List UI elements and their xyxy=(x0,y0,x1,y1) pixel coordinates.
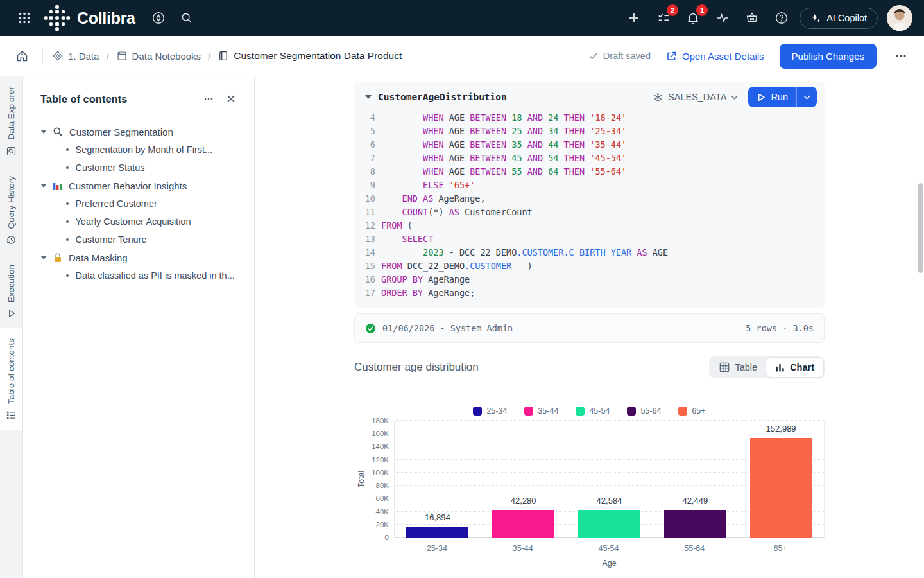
code-text: GROUP BY AgeRange xyxy=(375,273,470,286)
publish-changes-button[interactable]: Publish Changes xyxy=(780,44,877,69)
external-link-icon xyxy=(666,51,677,62)
breadcrumb-bar: 1. Data / Data Notebooks / Customer Segm… xyxy=(0,36,924,76)
toc-close-icon[interactable] xyxy=(223,91,239,107)
rail-tab-table-of-contents[interactable]: Table of contents xyxy=(0,328,22,430)
connection-selector[interactable]: SALES_DATA xyxy=(653,92,738,103)
bar-45-54[interactable] xyxy=(578,510,640,538)
gridline xyxy=(395,433,824,434)
bar-25-34[interactable] xyxy=(406,527,468,538)
open-asset-details-link[interactable]: Open Asset Details xyxy=(666,51,764,62)
line-number: 9 xyxy=(354,179,375,192)
legend-label: 65+ xyxy=(692,407,705,416)
code-text: 2023 - DCC_22_DEMO.CUSTOMER.C_BIRTH_YEAR… xyxy=(375,246,668,259)
y-tick-label: 20K xyxy=(376,521,389,529)
code-line[interactable]: 13 SELECT xyxy=(354,232,825,246)
breadcrumb-item-data-notebooks[interactable]: Data Notebooks xyxy=(116,50,201,62)
rail-tab-query-history[interactable]: Query History xyxy=(0,166,22,255)
bar-value-label: 152,989 xyxy=(766,424,796,434)
code-line[interactable]: 7 WHEN AGE BETWEEN 45 AND 54 THEN '45-54… xyxy=(354,152,825,165)
caret-down-icon xyxy=(40,255,47,260)
code-line[interactable]: 17ORDER BY AgeRange; xyxy=(354,286,825,300)
run-button-main[interactable]: Run xyxy=(748,87,796,107)
y-axis-title: Total xyxy=(357,471,366,487)
code-line[interactable]: 16GROUP BY AgeRange xyxy=(354,273,825,286)
code-text: WHEN AGE BETWEEN 45 AND 54 THEN '45-54' xyxy=(375,152,626,165)
legend-item-35-44[interactable]: 35-44 xyxy=(524,407,558,416)
snowflake-icon xyxy=(653,92,663,103)
legend-item-45-54[interactable]: 45-54 xyxy=(576,407,610,416)
search-icon[interactable] xyxy=(175,6,198,30)
toc-item[interactable]: Data classified as PII is masked in th..… xyxy=(40,267,239,285)
legend-item-25-34[interactable]: 25-34 xyxy=(473,407,507,416)
toggle-table[interactable]: Table xyxy=(710,358,766,377)
legend-item-65+[interactable]: 65+ xyxy=(678,407,705,416)
bar-chart: Total 020K40K60K80K100K120K140K160K180K1… xyxy=(354,421,825,568)
play-icon xyxy=(757,93,766,101)
toc-more-icon[interactable] xyxy=(200,91,217,107)
sql-code[interactable]: 4 WHEN AGE BETWEEN 18 AND 24 THEN '18-24… xyxy=(354,111,825,300)
tasks-icon[interactable]: 2 xyxy=(652,6,675,30)
code-line[interactable]: 6 WHEN AGE BETWEEN 35 AND 44 THEN '35-44… xyxy=(354,138,825,152)
help-icon[interactable] xyxy=(770,6,793,30)
caret-down-icon xyxy=(40,129,47,134)
code-line[interactable]: 11 COUNT(*) AS CustomerCount xyxy=(354,206,825,219)
code-line[interactable]: 12FROM ( xyxy=(354,219,825,232)
chart-plot-area: 020K40K60K80K100K120K140K160K180K16,8944… xyxy=(394,421,825,538)
toc-item[interactable]: Customer Tenure xyxy=(40,231,239,249)
apps-grid-icon[interactable] xyxy=(13,6,36,30)
run-button[interactable]: Run xyxy=(748,87,817,107)
code-line[interactable]: 8 WHEN AGE BETWEEN 55 AND 64 THEN '55-64… xyxy=(354,165,825,179)
line-number: 13 xyxy=(354,232,375,246)
toc-section-customer-behavior-insights[interactable]: Customer Behavior Insights xyxy=(40,177,239,195)
notebook-main: CustomerAgeDistribution SALES_DATA Run xyxy=(255,76,924,578)
rail-tab-execution[interactable]: Execution xyxy=(0,254,22,328)
y-tick-label: 180K xyxy=(372,417,389,425)
toc-section-customer-segmentation[interactable]: Customer Segmentation xyxy=(40,123,239,141)
toc-item[interactable]: Segmentation by Month of First... xyxy=(40,141,239,159)
code-line[interactable]: 14 2023 - DCC_22_DEMO.CUSTOMER.C_BIRTH_Y… xyxy=(354,246,825,259)
code-line[interactable]: 9 ELSE '65+' xyxy=(354,179,825,192)
code-line[interactable]: 4 WHEN AGE BETWEEN 18 AND 24 THEN '18-24… xyxy=(354,111,825,125)
bar-55-64[interactable] xyxy=(664,510,726,538)
marketplace-basket-icon[interactable] xyxy=(740,6,764,30)
collapse-caret-icon[interactable] xyxy=(365,94,372,100)
home-icon[interactable] xyxy=(10,44,33,67)
vertical-scrollbar[interactable] xyxy=(918,183,923,273)
query-history-icon xyxy=(6,234,17,245)
rail-tab-data-explorer[interactable]: Data Explorer xyxy=(0,76,22,166)
bar-value-label: 42,449 xyxy=(682,496,708,505)
create-plus-icon[interactable] xyxy=(622,6,646,30)
toc-item[interactable]: Preferred Customer xyxy=(40,195,239,213)
run-button-dropdown[interactable] xyxy=(796,87,817,107)
toc-item[interactable]: Yearly Customer Acquisition xyxy=(40,213,239,231)
compass-icon[interactable] xyxy=(147,6,170,30)
toc-item[interactable]: Customer Status xyxy=(40,159,239,177)
line-number: 4 xyxy=(354,111,375,125)
user-avatar[interactable] xyxy=(887,5,912,31)
data-explorer-icon xyxy=(6,146,17,157)
code-line[interactable]: 15FROM DCC_22_DEMO.CUSTOMER ) xyxy=(354,259,825,273)
collibra-logo[interactable]: Collibra xyxy=(44,4,135,32)
line-number: 8 xyxy=(354,165,375,179)
notifications-bell-icon[interactable]: 1 xyxy=(681,6,705,30)
activity-pulse-icon[interactable] xyxy=(711,6,734,30)
more-options-icon[interactable] xyxy=(892,47,910,65)
line-number: 10 xyxy=(354,192,375,206)
legend-item-55-64[interactable]: 55-64 xyxy=(627,407,661,416)
code-text: FROM DCC_22_DEMO.CUSTOMER ) xyxy=(375,259,533,273)
bullet-icon xyxy=(66,148,69,151)
y-tick-label: 0 xyxy=(385,534,389,541)
code-text: FROM ( xyxy=(375,219,413,232)
bar-65+[interactable] xyxy=(750,438,812,538)
breadcrumb-item-data[interactable]: 1. Data xyxy=(52,50,99,62)
code-line[interactable]: 10 END AS AgeRange, xyxy=(354,192,825,206)
code-line[interactable]: 5 WHEN AGE BETWEEN 25 AND 34 THEN '25-34… xyxy=(354,125,825,138)
toggle-chart[interactable]: Chart xyxy=(766,358,823,377)
ai-copilot-button[interactable]: AI Copilot xyxy=(800,8,878,29)
line-number: 6 xyxy=(354,138,375,152)
bar-35-44[interactable] xyxy=(492,510,554,538)
toc-section-data-masking[interactable]: Data Masking xyxy=(40,249,239,267)
breadcrumb-item-current[interactable]: Customer Segmentation Data Product xyxy=(218,50,402,62)
collibra-logo-mark xyxy=(44,4,71,32)
legend-label: 55-64 xyxy=(640,407,661,416)
